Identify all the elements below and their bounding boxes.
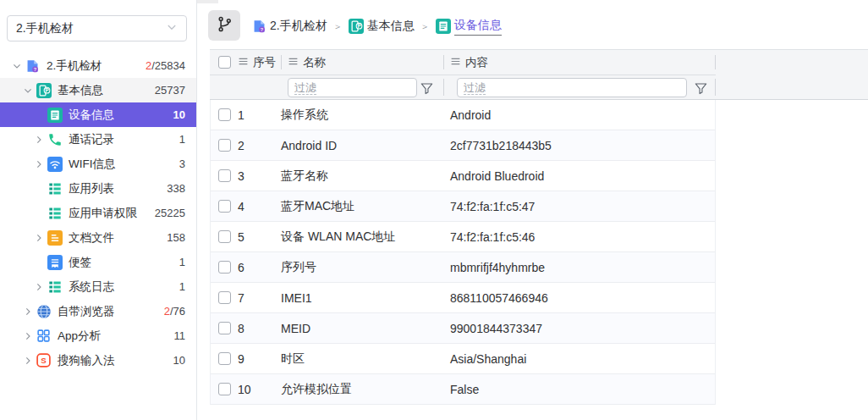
name-filter-funnel-icon[interactable] [419, 80, 434, 96]
tree-item-count: 338 [167, 182, 185, 195]
tree-item[interactable]: WIFI信息3 [0, 152, 196, 176]
tree-item[interactable]: 系统日志1 [0, 274, 196, 299]
select-all-checkbox[interactable] [218, 56, 231, 69]
table-row[interactable]: 7IMEI1868110057466946 [211, 283, 715, 313]
cell-content: Android [450, 108, 491, 122]
chevron-down-icon[interactable] [10, 60, 23, 72]
breadcrumb-item[interactable]: ?2.手机检材 [252, 19, 327, 34]
breadcrumb-item[interactable]: 设备信息 [436, 18, 502, 36]
tree-item[interactable]: S搜狗输入法10 [0, 348, 196, 373]
cell-no: 5 [238, 230, 281, 244]
breadcrumb-label: 设备信息 [454, 18, 502, 36]
table-row[interactable]: 1操作系统Android [211, 100, 715, 130]
basic-info-icon: P [349, 19, 364, 34]
row-checkbox[interactable] [218, 352, 231, 365]
tree-item[interactable]: 应用申请权限25225 [0, 201, 196, 225]
chevron-down-icon [166, 21, 178, 36]
column-header-content[interactable]: 内容 [450, 50, 488, 75]
chevron-right-icon[interactable] [32, 158, 45, 170]
content-filter-input[interactable]: 过滤 [457, 78, 687, 97]
tree-indent-spacer [32, 207, 45, 219]
row-checkbox[interactable] [218, 383, 231, 395]
tree-item[interactable]: 自带浏览器2/76 [0, 299, 196, 323]
chevron-down-icon[interactable] [21, 85, 34, 97]
call-log-icon [47, 132, 63, 147]
tree-item-label: 通话记录 [69, 132, 114, 147]
tree-item-label: 系统日志 [69, 279, 114, 295]
cell-content: Asia/Shanghai [450, 352, 526, 366]
app-list-icon [47, 181, 63, 196]
menu-lines-icon [450, 56, 461, 69]
table-row[interactable]: 9时区Asia/Shanghai [211, 344, 715, 374]
chevron-right-icon[interactable] [32, 134, 45, 146]
chevron-right-icon[interactable] [32, 232, 45, 244]
table-row[interactable]: 10允许模拟位置False [211, 374, 715, 405]
row-checkbox[interactable] [218, 108, 231, 121]
cell-content: mbmrifjf4hyhmrbe [450, 261, 545, 274]
row-checkbox[interactable] [218, 169, 231, 182]
cell-no: 7 [238, 291, 281, 305]
sogou-icon: S [36, 353, 52, 368]
tree-indent-spacer [32, 183, 45, 195]
cell-name: 时区 [281, 351, 450, 367]
row-checkbox[interactable] [218, 261, 231, 274]
column-divider [715, 79, 716, 96]
tree-item[interactable]: ?2.手机检材2/25834 [0, 53, 196, 78]
app-list-icon [47, 279, 63, 295]
cell-name: 设备 WLAN MAC地址 [281, 229, 450, 245]
cell-content: 99001844373347 [450, 322, 542, 335]
breadcrumb-label: 基本信息 [367, 19, 415, 34]
content-filter-funnel-icon[interactable] [693, 80, 708, 96]
case-selector-dropdown[interactable]: 2.手机检材 [7, 15, 187, 41]
table-row[interactable]: 3蓝牙名称Android Bluedroid [211, 161, 715, 191]
evidence-tree: ?2.手机检材2/25834P基本信息25737设备信息10通话记录1WIFI信… [0, 53, 196, 373]
table-row[interactable]: 5设备 WLAN MAC地址74:f2:fa:1f:c5:46 [211, 222, 715, 252]
table-row[interactable]: 2Android ID2cf7731b218443b5 [211, 130, 715, 161]
tree-item-count: 11 [174, 329, 186, 342]
table-row[interactable]: 4蓝牙MAC地址74:f2:fa:1f:c5:47 [211, 191, 715, 222]
column-divider [443, 55, 444, 69]
basic-info-icon: P [36, 83, 52, 98]
table-row[interactable]: 6序列号mbmrifjf4hyhmrbe [211, 252, 715, 283]
tree-item[interactable]: P基本信息25737 [0, 78, 196, 102]
column-header-no[interactable]: 序号 [238, 50, 276, 75]
tree-item-label: 搜狗输入法 [58, 353, 115, 368]
tree-item-label: App分析 [58, 329, 101, 344]
tree-item-label: 基本信息 [58, 83, 103, 98]
cell-name: 蓝牙名称 [281, 169, 450, 184]
name-filter-input[interactable]: 过滤 [288, 78, 417, 97]
breadcrumb-item[interactable]: P基本信息 [349, 19, 415, 34]
row-checkbox[interactable] [218, 291, 231, 304]
column-header-name[interactable]: 名称 [288, 50, 326, 75]
tree-item[interactable]: App分析11 [0, 323, 196, 348]
breadcrumb: ?2.手机检材＞P基本信息＞设备信息 [252, 17, 502, 36]
cell-content: 868110057466946 [450, 291, 548, 305]
chevron-right-icon[interactable] [32, 281, 45, 293]
tree-item[interactable]: 通话记录1 [0, 127, 196, 152]
tree-item-count: 10 [173, 354, 185, 367]
browser-globe-icon [36, 304, 52, 319]
tree-item[interactable]: 设备信息10 [0, 102, 196, 127]
sidebar: 2.手机检材 ?2.手机检材2/25834P基本信息25737设备信息10通话记… [0, 0, 197, 420]
tree-item-count: 1 [179, 133, 185, 146]
cell-content: 2cf7731b218443b5 [450, 139, 552, 152]
row-checkbox[interactable] [218, 139, 231, 152]
chevron-right-icon[interactable] [21, 306, 34, 318]
tree-view-button[interactable] [208, 10, 240, 41]
tree-item-count: 25225 [155, 207, 185, 219]
chevron-right-icon[interactable] [21, 330, 34, 342]
row-checkbox[interactable] [218, 200, 231, 213]
row-checkbox[interactable] [218, 322, 231, 334]
chevron-right-icon[interactable] [21, 355, 34, 367]
git-branch-icon [216, 15, 233, 36]
tree-item[interactable]: 文档文件158 [0, 225, 196, 250]
tree-item[interactable]: 应用列表338 [0, 176, 196, 201]
row-checkbox[interactable] [218, 230, 231, 243]
cell-no: 9 [238, 352, 281, 366]
breadcrumb-separator: ＞ [420, 20, 430, 33]
table-row[interactable]: 8MEID99001844373347 [211, 313, 715, 344]
tree-item[interactable]: 便签1 [0, 250, 196, 274]
svg-text:P: P [45, 86, 48, 92]
tree-item-label: 文档文件 [69, 230, 114, 246]
tree-item-count: 10 [173, 108, 185, 121]
